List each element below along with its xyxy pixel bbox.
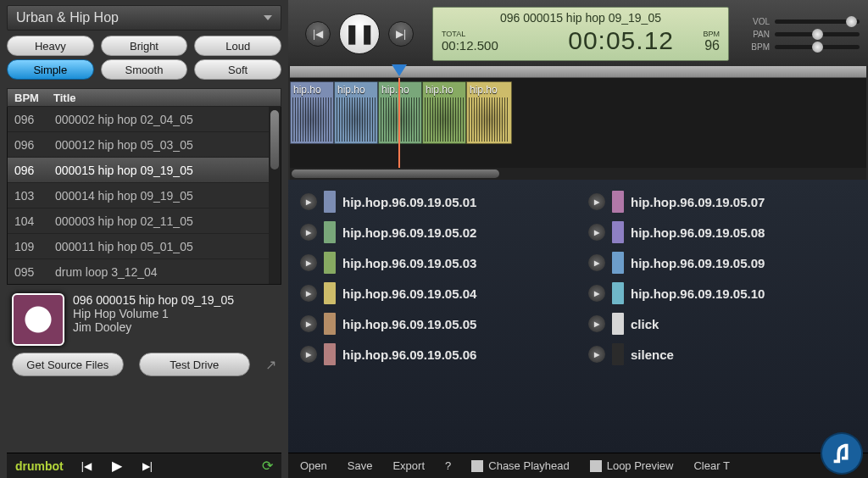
play-clip-icon[interactable]: ▶ — [588, 285, 605, 302]
open-button[interactable]: Open — [300, 459, 327, 472]
playhead-icon[interactable] — [392, 64, 407, 76]
tag-simple[interactable]: Simple — [7, 59, 94, 80]
mixer-sliders: VOL PAN BPM — [746, 17, 860, 52]
list-row[interactable]: 096000002 hip hop 02_04_05 — [8, 107, 281, 132]
clip-item[interactable]: ▶hip.hop.96.09.19.05.03 — [300, 247, 573, 278]
tag-smooth[interactable]: Smooth — [101, 59, 188, 80]
clip-item[interactable]: ▶hip.hop.96.09.19.05.06 — [300, 339, 573, 370]
tag-loud[interactable]: Loud — [194, 36, 281, 56]
clip-name: hip.hop.96.09.19.05.07 — [631, 195, 765, 209]
clip-item[interactable]: ▶hip.hop.96.09.19.05.01 — [300, 186, 573, 217]
export-button[interactable]: Export — [392, 459, 425, 472]
clip-thumbnail-icon — [324, 282, 336, 304]
brand-label: drumbot — [15, 459, 64, 473]
tag-heavy[interactable]: Heavy — [7, 36, 94, 56]
clip-item[interactable]: ▶hip.hop.96.09.19.05.10 — [588, 278, 861, 308]
list-row[interactable]: 104000003 hip hop 02_11_05 — [8, 208, 281, 234]
list-row[interactable]: 109000011 hip hop 05_01_05 — [8, 234, 281, 259]
test-drive-button[interactable]: Test Drive — [139, 353, 251, 376]
lcd-time: 00:05.12 — [568, 26, 674, 55]
vol-slider[interactable]: VOL — [746, 17, 860, 26]
loop-preview-toggle[interactable]: Loop Preview — [590, 459, 674, 473]
list-header: BPM Title — [7, 88, 281, 107]
timeline-ruler[interactable] — [290, 66, 866, 78]
list-scrollbar[interactable] — [269, 107, 281, 284]
lcd-total-label: TOTAL — [442, 30, 465, 38]
arrangement-clip[interactable]: hip.ho — [334, 81, 378, 144]
play-clip-icon[interactable]: ▶ — [588, 193, 605, 210]
arrangement-clip[interactable]: hip.ho — [466, 81, 512, 144]
lcd-total-value: 00:12.500 — [442, 38, 498, 53]
share-icon[interactable]: ↗ — [265, 357, 276, 373]
skip-back-button[interactable]: |◀ — [305, 21, 331, 47]
list-row[interactable]: 096000012 hip hop 05_03_05 — [8, 132, 281, 158]
detail-title: 096 000015 hip hop 09_19_05 — [73, 293, 234, 307]
col-title-header: Title — [48, 89, 281, 106]
play-clip-icon[interactable]: ▶ — [300, 315, 317, 332]
arrangement-clip[interactable]: hip.ho — [290, 81, 334, 144]
play-clip-icon[interactable]: ▶ — [588, 254, 605, 271]
tag-bright[interactable]: Bright — [101, 36, 188, 56]
arrangement-clip[interactable]: hip.ho — [422, 81, 466, 144]
genre-dropdown[interactable]: Urban & Hip Hop — [7, 5, 281, 31]
tag-soft[interactable]: Soft — [194, 59, 281, 80]
detail-artist: Jim Dooley — [73, 320, 234, 334]
help-button[interactable]: ? — [445, 459, 451, 472]
clip-item[interactable]: ▶silence — [588, 339, 861, 370]
clip-item[interactable]: ▶hip.hop.96.09.19.05.08 — [588, 217, 861, 247]
clip-item[interactable]: ▶hip.hop.96.09.19.05.04 — [300, 278, 573, 308]
main-panel: |◀ ❚❚ ▶| 096 000015 hip hop 09_19_05 TOT… — [288, 0, 868, 478]
clip-thumbnail-icon — [324, 343, 336, 365]
get-source-files-button[interactable]: Get Source Files — [12, 353, 124, 376]
play-clip-icon[interactable]: ▶ — [588, 315, 605, 332]
arrangement-clip[interactable]: hip.ho — [378, 81, 422, 144]
list-row[interactable]: 103000014 hip hop 09_19_05 — [8, 183, 281, 208]
transport-bar: |◀ ❚❚ ▶| 096 000015 hip hop 09_19_05 TOT… — [288, 0, 868, 66]
clip-thumbnail-icon — [324, 252, 336, 274]
loop-icon[interactable]: ⟳ — [262, 458, 273, 474]
clip-name: hip.hop.96.09.19.05.05 — [342, 317, 476, 331]
arrangement-scrollbar[interactable] — [290, 168, 866, 180]
play-clip-icon[interactable]: ▶ — [300, 254, 317, 271]
genre-label: Urban & Hip Hop — [16, 10, 119, 25]
play-clip-icon[interactable]: ▶ — [588, 346, 605, 363]
prev-track-icon[interactable]: |◀ — [79, 460, 94, 472]
pan-slider[interactable]: PAN — [746, 30, 860, 39]
clip-name: hip.hop.96.09.19.05.06 — [342, 347, 476, 362]
play-clip-icon[interactable]: ▶ — [300, 193, 317, 210]
clear-button[interactable]: Clear T — [693, 459, 729, 472]
playline — [398, 78, 400, 180]
next-track-icon[interactable]: ▶| — [140, 460, 155, 472]
play-clip-icon[interactable]: ▶ — [588, 224, 605, 241]
app-logo-icon[interactable] — [822, 434, 861, 473]
play-icon[interactable]: ▶ — [109, 458, 125, 474]
album-art — [12, 293, 64, 346]
save-button[interactable]: Save — [348, 459, 373, 472]
clip-name: hip.hop.96.09.19.05.02 — [342, 225, 476, 240]
clip-thumbnail-icon — [612, 252, 624, 274]
clip-thumbnail-icon — [612, 221, 624, 243]
clip-name: hip.hop.96.09.19.05.09 — [631, 256, 765, 270]
clip-name: hip.hop.96.09.19.05.03 — [342, 256, 476, 270]
app-root: Urban & Hip Hop HeavyBrightLoud SimpleSm… — [0, 0, 868, 478]
clip-browser: ▶hip.hop.96.09.19.05.01▶hip.hop.96.09.19… — [288, 180, 868, 453]
clip-item[interactable]: ▶hip.hop.96.09.19.05.07 — [588, 186, 861, 217]
clip-item[interactable]: ▶hip.hop.96.09.19.05.09 — [588, 247, 861, 278]
chevron-down-icon — [264, 15, 272, 20]
clip-item[interactable]: ▶hip.hop.96.09.19.05.05 — [300, 308, 573, 339]
list-row[interactable]: 095drum loop 3_12_04 — [8, 259, 281, 285]
arrangement-view[interactable]: hip.hohip.hohip.hohip.hohip.ho — [290, 78, 866, 180]
lcd-bpm-label: BPM — [703, 30, 720, 38]
chase-playhead-toggle[interactable]: Chase Playhead — [471, 459, 569, 473]
clip-item[interactable]: ▶hip.hop.96.09.19.05.02 — [300, 217, 573, 247]
list-row[interactable]: 096000015 hip hop 09_19_05 — [8, 158, 281, 183]
play-clip-icon[interactable]: ▶ — [300, 285, 317, 302]
bpm-slider[interactable]: BPM — [746, 42, 860, 52]
clip-item[interactable]: ▶click — [588, 308, 861, 339]
play-clip-icon[interactable]: ▶ — [300, 346, 317, 363]
skip-forward-button[interactable]: ▶| — [388, 21, 414, 47]
pause-button[interactable]: ❚❚ — [339, 14, 380, 54]
lcd-track: 096 000015 hip hop 09_19_05 — [433, 11, 728, 25]
clip-thumbnail-icon — [612, 191, 624, 213]
play-clip-icon[interactable]: ▶ — [300, 224, 317, 241]
